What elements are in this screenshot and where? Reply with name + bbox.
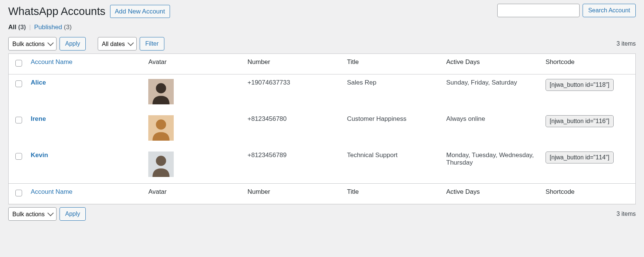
active-days-cell: Always online xyxy=(443,111,542,147)
column-footer-name[interactable]: Account Name xyxy=(27,184,145,204)
title-cell: Sales Rep xyxy=(343,74,443,111)
filter-button[interactable]: Filter xyxy=(140,37,164,51)
bulk-actions-select-bottom[interactable]: Bulk actions xyxy=(8,207,57,221)
account-name-link[interactable]: Alice xyxy=(31,79,46,86)
status-filter-links: All (3) | Published (3) xyxy=(8,24,170,31)
filter-published-count: (3) xyxy=(64,24,72,31)
apply-bulk-top-button[interactable]: Apply xyxy=(60,37,86,51)
active-days-cell: Monday, Tuesday, Wednesday, Thursday xyxy=(443,147,542,184)
avatar-image xyxy=(148,115,174,141)
number-cell: +8123456780 xyxy=(244,111,343,147)
row-checkbox[interactable] xyxy=(15,153,22,160)
shortcode-box[interactable]: [njwa_button id="116"] xyxy=(546,115,613,127)
items-count-bottom: 3 items xyxy=(616,211,636,217)
active-days-cell: Sunday, Friday, Saturday xyxy=(443,74,542,111)
table-row: Kevin +8123456789 Technical Support Mond… xyxy=(9,147,636,184)
filter-all-link[interactable]: All (3) xyxy=(8,24,28,31)
row-checkbox[interactable] xyxy=(15,80,22,87)
column-header-days: Active Days xyxy=(443,54,542,74)
column-header-avatar: Avatar xyxy=(145,54,244,74)
column-header-number: Number xyxy=(244,54,343,74)
column-header-shortcode: Shortcode xyxy=(542,54,635,74)
page-title: WhatsApp Accounts xyxy=(8,4,106,19)
select-all-top-checkbox[interactable] xyxy=(15,60,22,67)
title-cell: Technical Support xyxy=(343,147,443,184)
search-input[interactable] xyxy=(497,4,580,17)
table-row: Alice +19074637733 Sales Rep Sunday, Fri… xyxy=(9,74,636,111)
bulk-actions-select-top[interactable]: Bulk actions xyxy=(8,37,57,51)
shortcode-box[interactable]: [njwa_button id="118"] xyxy=(546,79,613,91)
date-filter-select[interactable]: All dates xyxy=(98,37,137,51)
column-footer-avatar: Avatar xyxy=(145,184,244,204)
title-cell: Customer Happiness xyxy=(343,111,443,147)
number-cell: +8123456789 xyxy=(244,147,343,184)
filter-all-count: (3) xyxy=(18,24,26,31)
search-account-button[interactable]: Search Account xyxy=(583,4,636,17)
svg-point-1 xyxy=(156,83,166,93)
account-name-link[interactable]: Kevin xyxy=(31,152,48,159)
column-footer-shortcode: Shortcode xyxy=(542,184,635,204)
filter-separator: | xyxy=(28,24,32,31)
avatar-image xyxy=(148,152,174,177)
apply-bulk-bottom-button[interactable]: Apply xyxy=(60,207,86,221)
shortcode-box[interactable]: [njwa_button id="114"] xyxy=(546,152,613,163)
select-all-bottom-checkbox[interactable] xyxy=(15,190,22,196)
filter-published-label: Published xyxy=(34,24,62,31)
column-footer-days: Active Days xyxy=(443,184,542,204)
svg-point-3 xyxy=(156,119,166,129)
row-checkbox[interactable] xyxy=(15,117,22,123)
svg-point-5 xyxy=(156,156,166,166)
filter-published-link[interactable]: Published (3) xyxy=(34,24,72,31)
add-new-account-button[interactable]: Add New Account xyxy=(110,5,170,18)
table-row: Irene +8123456780 Customer Happiness Alw… xyxy=(9,111,636,147)
accounts-table: Account Name Avatar Number Title Active … xyxy=(8,53,636,204)
column-footer-title: Title xyxy=(343,184,443,204)
column-header-name[interactable]: Account Name xyxy=(27,54,145,74)
number-cell: +19074637733 xyxy=(244,74,343,111)
avatar-image xyxy=(148,79,174,104)
account-name-link[interactable]: Irene xyxy=(31,115,46,122)
column-header-title: Title xyxy=(343,54,443,74)
column-footer-number: Number xyxy=(244,184,343,204)
items-count-top: 3 items xyxy=(616,40,636,47)
filter-all-label: All xyxy=(8,24,16,31)
